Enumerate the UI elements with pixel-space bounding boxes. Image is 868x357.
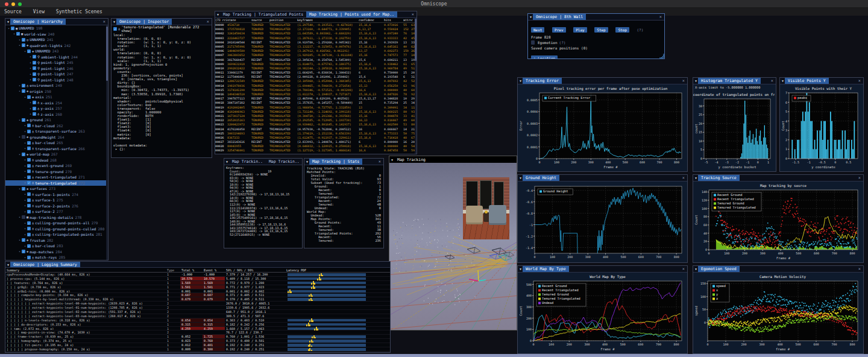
next-button[interactable]: Next [531, 27, 544, 33]
tree-item-transparent-surface[interactable]: •✓♁transparent-surface266 [5, 146, 108, 152]
tracking-error-titlebar[interactable]: ▼Tracking Error× [518, 78, 687, 84]
points-table-row[interactable]: 000141981978036TENUREDTRIANGULATED(1.690… [215, 84, 417, 88]
tab-world-map[interactable]: World Map By Type [523, 266, 569, 272]
points-table-row[interactable]: 000121175406001RECENTTRIANGULATED(2.0092… [215, 75, 417, 79]
points-table-row[interactable]: 000183847107282RECENTTRIANGULATED(1.3578… [215, 101, 417, 105]
tree-item-map-tracking-details[interactable]: •▦map-tracking-details278 [5, 215, 108, 221]
visibility-checkbox[interactable]: ✓ [22, 238, 25, 242]
panel-collapse-icon[interactable]: ▼ [304, 160, 309, 163]
visibility-checkbox[interactable]: ✓ [27, 95, 31, 99]
points-table-row[interactable]: 000042010144544RECENTTRIANGULATED(0.9197… [215, 40, 417, 45]
visibility-checkbox[interactable]: ✓ [27, 124, 31, 127]
tree-item-surface-1-points[interactable]: •✓♁surface-1-points274 [5, 192, 108, 198]
inspector-visibility-checkbox[interactable]: ✓ [113, 27, 117, 31]
hierarchy-scrollbar[interactable] [106, 25, 108, 260]
logging-row[interactable]: | | | | | | | extract-keypoints-level-02… [5, 310, 390, 314]
points-table-row[interactable]: 000013735789818TENUREDTRIANGULATED(2.173… [215, 27, 417, 31]
tab-map-tracking-stats[interactable]: Map Tracking | Stats [309, 159, 362, 165]
tree-item-recent-triangulated[interactable]: •✓♁recent-triangulated271 [5, 174, 108, 180]
tree-item-axis[interactable]: •✓❖axis251 [5, 94, 108, 100]
tab-map-tracking-1[interactable]: Map Trackin.. [229, 159, 266, 165]
visibility-checkbox[interactable]: ✓ [33, 107, 36, 110]
scrollbar-thumb[interactable] [106, 27, 108, 81]
visibility-checkbox[interactable]: ✓ [27, 158, 31, 162]
visibility-checkbox[interactable]: ✓ [33, 112, 36, 116]
tree-item-point-light[interactable]: •✓⚲point-light246 [5, 66, 108, 72]
panel-collapse-icon[interactable]: ▼ [780, 79, 785, 83]
hierarchy-titlebar[interactable]: ▼ Omniscope | Hierarchy × [5, 19, 108, 25]
points-table-scrollbar[interactable] [415, 18, 417, 154]
points-table-row[interactable]: 000268367233TENUREDTRIANGULATED(1.612475… [215, 136, 417, 140]
panel-collapse-icon[interactable]: ▼ [5, 263, 10, 267]
tab-egomotion[interactable]: Egomotion Speed [698, 266, 740, 272]
tree-item-x-axis[interactable]: •✓♁x-axis254 [5, 100, 108, 106]
histogram-y-titlebar[interactable]: ▼Histogram Triangulated Y× [693, 78, 776, 84]
tracking-source-titlebar[interactable]: ▼Tracking Source× [693, 175, 863, 182]
points-table-row[interactable]: 000023241450634TENUREDTRIANGULATED(1.643… [215, 31, 417, 36]
tree-item-point-light[interactable]: •✓⚲point-light245 [5, 60, 108, 66]
visibility-checkbox[interactable]: ✓ [27, 164, 31, 168]
visibility-checkbox[interactable] [22, 135, 25, 139]
visibility-checkbox[interactable]: ✓ [27, 256, 31, 259]
stop-button[interactable]: Stop [615, 27, 629, 33]
points-table-row[interactable]: 000222652015163TENUREDTRIANGULATED(2.292… [215, 118, 417, 122]
eighth-wall-titlebar[interactable]: ▼ Omniscope | 8th Wall × [528, 14, 664, 21]
close-icon[interactable]: × [680, 78, 687, 83]
viewport-3d-scene[interactable] [389, 163, 517, 330]
tab-ground-height[interactable]: Ground Height [523, 175, 559, 181]
visibility-checkbox[interactable]: ✓ [22, 250, 25, 253]
visibility-checkbox[interactable]: ✓ [22, 84, 25, 87]
close-icon[interactable]: × [376, 159, 383, 164]
visibility-checkbox[interactable]: ✓ [27, 204, 31, 207]
tree-item-bar-cloud[interactable]: •✓♁bar-cloud262 [5, 123, 108, 129]
tab-visible-points[interactable]: Visible Points Y [785, 78, 829, 84]
points-table-row[interactable]: 000131206721549TENUREDTRIANGULATED(2.105… [215, 79, 417, 83]
close-icon[interactable]: × [856, 267, 863, 271]
tree-item-environment[interactable]: •✓♁environment249 [5, 83, 108, 89]
close-icon[interactable]: × [409, 12, 417, 17]
visibility-checkbox[interactable]: ✓ [27, 175, 31, 179]
logging-row[interactable]: | | | | | keypoints-by-level-multithread… [5, 297, 390, 302]
tree-item-surface-1[interactable]: •✓♁surface-1275 [5, 197, 108, 203]
points-table-row[interactable]: 000253003194693TENUREDTRIANGULATED(1.379… [215, 131, 417, 136]
panel-collapse-icon[interactable]: ▼ [518, 267, 523, 271]
logging-row[interactable]: | | | | | fit-pairs: (0.195 ms, 24 x)10.… [5, 343, 390, 347]
tree-item-culling-ground-points-culled[interactable]: •✓♁culling-ground-points-culled280 [5, 226, 108, 232]
points-table-row[interactable]: 000083817660437RECENTTRIANGULATED(2.3056… [215, 58, 417, 62]
points-table-row[interactable]: 000004536710TENUREDTRIANGULATED(1.297540… [215, 23, 417, 27]
points-table-row[interactable]: 000194192002405TENUREDTRIANGULATED(1.986… [215, 106, 417, 110]
logging-row[interactable]: | | tam: (2.072 ms, 826 x)14.2594.2591.6… [5, 327, 390, 331]
visibility-checkbox[interactable]: ✓ [27, 221, 31, 225]
logging-row[interactable]: | | | | map-points-in-view: (74.670 #, 1… [5, 330, 390, 335]
x-axis-limit-input[interactable]: X-axis limit to -5.000000 1.000000 [693, 84, 776, 90]
points-table-row[interactable]: 000233200423972TENUREDTRIANGULATED(0.930… [215, 122, 417, 127]
panel-collapse-icon[interactable]: ▼ [693, 176, 698, 180]
tree-item-transparent-surface[interactable]: •✓♁transparent-surface263 [5, 128, 108, 134]
tab-inspector[interactable]: Omniscope | Inspector [116, 19, 172, 25]
visibility-checkbox[interactable]: ✓ [16, 32, 20, 36]
menu-source[interactable]: Source [0, 8, 26, 14]
points-table-row[interactable]: 0002880043955TENUREDTRIANGULATED(0.64603… [215, 144, 417, 148]
points-table-row[interactable]: 000102992032422TENUREDTRIANGULATED(0.982… [215, 66, 417, 71]
tree-item-tenure-triangulated[interactable]: •✓♁tenure-triangulated272 [5, 180, 108, 186]
logging-row[interactable]: | | | frame-tracker: (0.039 ms, 25 x)10.… [5, 335, 390, 339]
close-icon[interactable]: × [657, 14, 664, 19]
logging-row[interactable]: | | features: (0.764 ms, 826 x)11.5691.5… [5, 281, 390, 285]
ground-height-titlebar[interactable]: ▼Ground Height× [518, 175, 687, 182]
close-icon[interactable]: × [680, 267, 687, 271]
visibility-checkbox[interactable]: ✓ [27, 147, 31, 150]
window-titlebar[interactable]: Omniscope [0, 0, 868, 8]
points-table-row[interactable]: 000173907877113RECENTTRIANGULATED(2.4659… [215, 96, 417, 101]
panel-collapse-icon[interactable]: ▼ [215, 13, 220, 16]
tree-item-world-map[interactable]: •✓❖world-map267 [5, 151, 108, 157]
visibility-checkbox[interactable]: ✓ [27, 169, 31, 173]
visibility-checkbox[interactable]: ✓ [27, 244, 31, 248]
visibility-checkbox[interactable]: ✓ [33, 78, 36, 81]
close-icon[interactable]: × [680, 175, 687, 180]
points-table-row[interactable]: 000093699631918TENUREDTRIANGULATED(1.814… [215, 62, 417, 66]
logging-row[interactable]: | | | | homography: (0.374 ms, 25 x)10.0… [5, 339, 390, 343]
points-table-row[interactable]: 000161494346510TENUREDTRIANGULATED(1.011… [215, 92, 417, 96]
logging-row[interactable]: | | | gr8g1-rois: (0.000 ms, 826 x)10.00… [5, 289, 390, 294]
visibility-checkbox[interactable]: ✓ [22, 118, 25, 122]
visibility-checkbox[interactable]: ✓ [27, 198, 31, 202]
